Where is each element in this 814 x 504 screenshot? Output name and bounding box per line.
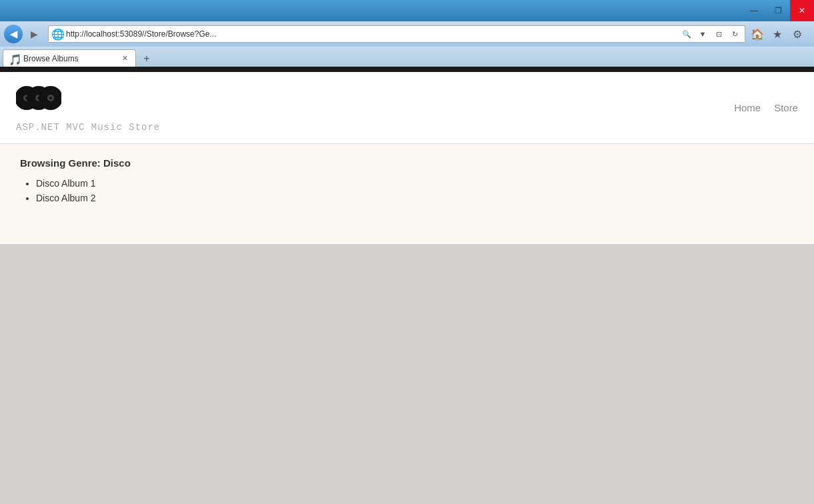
bottom-area [0, 244, 814, 504]
new-tab-button[interactable]: + [137, 49, 156, 67]
address-compat-btn[interactable]: ⊡ [711, 27, 726, 41]
navigation-bar: ◀ ▶ 🌐 http://localhost:53089//Store/Brow… [0, 21, 814, 47]
nav-home-link[interactable]: Home [734, 102, 761, 113]
tab-close-button[interactable]: ✕ [119, 53, 130, 64]
genre-heading: Browsing Genre: Disco [20, 157, 794, 169]
list-item: Disco Album 2 [36, 193, 794, 203]
site-title: ASP.NET MVC Music Store [16, 122, 160, 133]
address-refresh-btn[interactable]: ↻ [727, 27, 742, 41]
album-list: Disco Album 1 Disco Album 2 [20, 178, 794, 203]
tab-label: Browse Albums [23, 54, 115, 63]
close-button[interactable]: ✕ [790, 0, 814, 21]
site-content: Browsing Genre: Disco Disco Album 1 Disc… [0, 144, 814, 244]
address-search-btn[interactable]: 🔍 [679, 27, 694, 41]
favorites-icon[interactable]: ★ [770, 27, 785, 41]
site-header: ASP.NET MVC Music Store Home Store [0, 72, 814, 144]
tab-favicon: 🎵 [9, 53, 19, 64]
address-bar[interactable]: 🌐 http://localhost:53089//Store/Browse?G… [48, 25, 745, 43]
record-3-hole [49, 97, 52, 99]
address-extra-btn[interactable]: ▼ [695, 27, 710, 41]
separator-bar [0, 67, 814, 72]
restore-button[interactable]: ❐ [766, 0, 790, 21]
address-favicon: 🌐 [51, 28, 63, 40]
back-button[interactable]: ◀ [4, 25, 23, 43]
logo-svg [16, 83, 61, 113]
album-link-2[interactable]: Disco Album 2 [36, 193, 95, 203]
active-tab[interactable]: 🎵 Browse Albums ✕ [3, 49, 136, 67]
site-navigation: Home Store [734, 102, 798, 113]
nav-store-link[interactable]: Store [774, 102, 798, 113]
vinyl-logo-icon [16, 83, 160, 119]
window-controls: — ❐ ✕ [742, 0, 814, 21]
logo-area: ASP.NET MVC Music Store [16, 83, 160, 133]
address-actions: 🔍 ▼ ⊡ ↻ [679, 27, 742, 41]
toolbar-right: 🏠 ★ ⚙ [750, 27, 810, 41]
list-item: Disco Album 1 [36, 178, 794, 189]
home-icon[interactable]: 🏠 [750, 27, 765, 41]
minimize-button[interactable]: — [742, 0, 766, 21]
title-bar: — ❐ ✕ [0, 0, 814, 21]
address-text: http://localhost:53089//Store/Browse?Ge.… [66, 29, 679, 39]
forward-button[interactable]: ▶ [25, 25, 43, 43]
album-link-1[interactable]: Disco Album 1 [36, 178, 95, 189]
settings-icon[interactable]: ⚙ [790, 27, 805, 41]
tab-bar: 🎵 Browse Albums ✕ + [0, 47, 814, 67]
